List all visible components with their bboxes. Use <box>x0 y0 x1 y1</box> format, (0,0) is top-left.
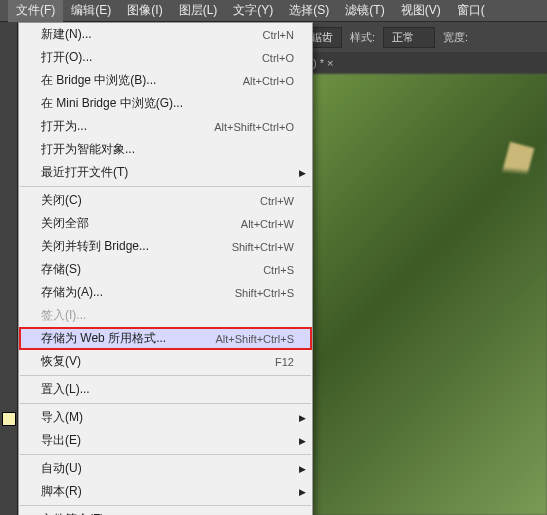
chevron-right-icon: ▶ <box>299 168 306 178</box>
menu-item-browse-mini[interactable]: 在 Mini Bridge 中浏览(G)... <box>19 92 312 115</box>
menu-item-open-as[interactable]: 打开为...Alt+Shift+Ctrl+O <box>19 115 312 138</box>
menu-item-save[interactable]: 存储(S)Ctrl+S <box>19 258 312 281</box>
menu-item-open-smart[interactable]: 打开为智能对象... <box>19 138 312 161</box>
separator <box>20 454 311 455</box>
menu-item-checkin: 签入(I)... <box>19 304 312 327</box>
chevron-right-icon: ▶ <box>299 464 306 474</box>
menu-item-new[interactable]: 新建(N)...Ctrl+N <box>19 23 312 46</box>
menu-item-save-for-web[interactable]: 存储为 Web 所用格式...Alt+Shift+Ctrl+S <box>19 327 312 350</box>
menu-text[interactable]: 文字(Y) <box>225 0 281 22</box>
menu-layer[interactable]: 图层(L) <box>171 0 226 22</box>
menu-item-close[interactable]: 关闭(C)Ctrl+W <box>19 189 312 212</box>
tool-sidebar <box>0 22 18 515</box>
menu-window[interactable]: 窗口( <box>449 0 493 22</box>
style-label: 样式: <box>350 30 375 45</box>
menu-view[interactable]: 视图(V) <box>393 0 449 22</box>
foreground-color-swatch[interactable] <box>2 412 16 426</box>
file-menu-dropdown: 新建(N)...Ctrl+N 打开(O)...Ctrl+O 在 Bridge 中… <box>18 22 313 515</box>
chevron-right-icon: ▶ <box>299 436 306 446</box>
menu-item-import[interactable]: 导入(M)▶ <box>19 406 312 429</box>
menu-item-revert[interactable]: 恢复(V)F12 <box>19 350 312 373</box>
menu-item-recent[interactable]: 最近打开文件(T)▶ <box>19 161 312 184</box>
menu-item-scripts[interactable]: 脚本(R)▶ <box>19 480 312 503</box>
menu-item-close-bridge[interactable]: 关闭并转到 Bridge...Shift+Ctrl+W <box>19 235 312 258</box>
separator <box>20 375 311 376</box>
menu-item-open[interactable]: 打开(O)...Ctrl+O <box>19 46 312 69</box>
separator <box>20 505 311 506</box>
menu-item-save-as[interactable]: 存储为(A)...Shift+Ctrl+S <box>19 281 312 304</box>
menu-item-browse-bridge[interactable]: 在 Bridge 中浏览(B)...Alt+Ctrl+O <box>19 69 312 92</box>
menu-file[interactable]: 文件(F) <box>8 0 63 22</box>
menu-filter[interactable]: 滤镜(T) <box>337 0 392 22</box>
menu-image[interactable]: 图像(I) <box>119 0 170 22</box>
menu-edit[interactable]: 编辑(E) <box>63 0 119 22</box>
chevron-right-icon: ▶ <box>299 413 306 423</box>
style-select[interactable]: 正常 <box>383 27 435 48</box>
menu-item-file-info[interactable]: 文件简介(F)...Alt+Shift+Ctrl+I <box>19 508 312 515</box>
menubar: 文件(F) 编辑(E) 图像(I) 图层(L) 文字(Y) 选择(S) 滤镜(T… <box>0 0 547 22</box>
menu-select[interactable]: 选择(S) <box>281 0 337 22</box>
menu-item-export[interactable]: 导出(E)▶ <box>19 429 312 452</box>
menu-item-place[interactable]: 置入(L)... <box>19 378 312 401</box>
chevron-right-icon: ▶ <box>299 487 306 497</box>
menu-item-close-all[interactable]: 关闭全部Alt+Ctrl+W <box>19 212 312 235</box>
menu-item-automate[interactable]: 自动(U)▶ <box>19 457 312 480</box>
separator <box>20 403 311 404</box>
separator <box>20 186 311 187</box>
width-label: 宽度: <box>443 30 468 45</box>
